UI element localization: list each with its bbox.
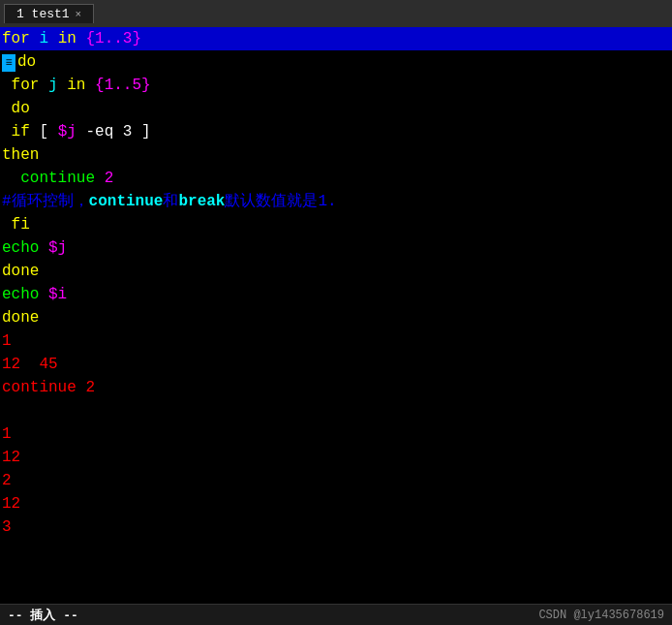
line-1: for i in {1..3} <box>0 27 672 50</box>
tab-label: 1 test1 <box>16 7 70 21</box>
editor-area[interactable]: for i in {1..3} ≡do for j in {1..5} do i… <box>0 27 672 604</box>
line-4: do <box>0 97 672 120</box>
line-8: #循环控制，continue和break默认数值就是1. <box>0 190 672 213</box>
line-2: ≡do <box>0 50 672 74</box>
line-19: 12 <box>0 446 672 469</box>
line-21: 12 <box>0 492 672 516</box>
line-18: 1 <box>0 422 672 446</box>
credit-text: CSDN @ly1435678619 <box>538 609 664 622</box>
line-17 <box>0 399 672 422</box>
line-20: 2 <box>0 469 672 492</box>
line-16: continue 2 <box>0 376 672 399</box>
line-10: echo $j <box>0 236 672 260</box>
editor-mode: -- 插入 -- <box>8 607 78 624</box>
line-14: 1 <box>0 329 672 353</box>
line-12: echo $i <box>0 283 672 306</box>
line-15: 12 45 <box>0 353 672 376</box>
line-indicator: ≡ <box>2 54 15 72</box>
line-6: then <box>0 143 672 167</box>
line-11: done <box>0 260 672 283</box>
line-9: fi <box>0 213 672 236</box>
line-13: done <box>0 306 672 329</box>
line-7: continue 2 <box>0 167 672 190</box>
tab-bar: 1 test1 × <box>0 0 672 27</box>
line-3: for j in {1..5} <box>0 74 672 97</box>
line-5: if [ $j -eq 3 ] <box>0 120 672 143</box>
status-bar: -- 插入 -- CSDN @ly1435678619 <box>0 604 672 625</box>
tab-close-icon[interactable]: × <box>76 9 82 20</box>
tab[interactable]: 1 test1 × <box>4 4 94 23</box>
line-22: 3 <box>0 516 672 539</box>
